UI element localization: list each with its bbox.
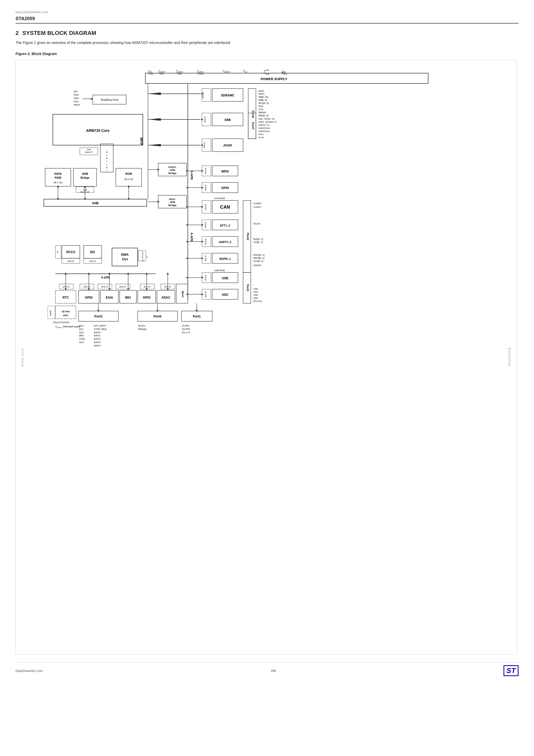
svg-marker-265 <box>201 293 203 295</box>
svg-text:EReady: EReady <box>138 328 147 331</box>
svg-text:b: b <box>106 157 108 159</box>
svg-marker-250 <box>201 206 203 208</box>
svg-marker-244 <box>201 170 203 172</box>
svg-text:r: r <box>106 169 108 172</box>
svg-text:AHB: AHB <box>140 137 144 145</box>
svg-text:EINT1: EINT1 <box>94 334 100 337</box>
svg-text:MBs[0..3]: MBs[0..3] <box>258 114 268 117</box>
svg-text:MISO[0..1]: MISO[0..1] <box>253 254 264 256</box>
svg-text:OSC: OSC <box>63 314 68 317</box>
svg-marker-277 <box>88 288 90 290</box>
svg-marker-286 <box>146 288 148 290</box>
svg-marker-280 <box>108 288 110 290</box>
svg-text:RxD[2..1]: RxD[2..1] <box>253 238 263 240</box>
svg-text:A-APB: A-APB <box>190 233 193 242</box>
svg-text:Md[0..3]: Md[0..3] <box>258 99 267 101</box>
svg-text:SDRAMC: SDRAMC <box>221 94 235 97</box>
svg-text:WIU: WIU <box>125 296 131 299</box>
svg-text:APB I/F: APB I/F <box>89 260 96 262</box>
svg-rect-48 <box>116 168 141 186</box>
svg-text:MCik: MCik <box>258 90 264 92</box>
svg-text:ATAPI: ATAPI <box>223 144 232 148</box>
svg-text:Sync.: Sync. <box>169 198 176 201</box>
svg-marker-274 <box>65 288 67 290</box>
section-heading: 2 SYSTEM BLOCK DIAGRAM <box>15 30 519 37</box>
page-container: www.DataSheet4U.com STA2059 2 SYSTEM BLO… <box>0 0 534 691</box>
footer-page: 2/4 <box>271 669 276 673</box>
svg-text:EIC: EIC <box>90 250 95 254</box>
svg-text:Port2: Port2 <box>246 233 250 240</box>
svg-text:APB I/F: APB I/F <box>203 142 205 148</box>
svg-text:APB I/F: APB I/F <box>205 168 206 174</box>
svg-text:SC1: SC1 <box>79 328 84 331</box>
doc-title: STA2059 <box>15 16 519 23</box>
svg-text:ECLK1: ECLK1 <box>253 222 260 225</box>
svg-text:DMA: DMA <box>121 253 128 256</box>
svg-text:Ea[Wr/Down: Ea[Wr/Down <box>258 127 270 129</box>
svg-text:GPIO: GPIO <box>85 296 93 299</box>
svg-text:AN2: AN2 <box>253 294 258 296</box>
svg-text:S-APB: S-APB <box>190 171 193 180</box>
svg-marker-268 <box>157 169 159 171</box>
svg-text:CAS: CAS <box>258 108 263 111</box>
svg-text:GPIO: GPIO <box>143 296 151 299</box>
svg-text:SR0: SR0 <box>79 334 84 337</box>
svg-text:32 kHz: 32 kHz <box>62 310 70 313</box>
section-title: SYSTEM BLOCK DIAGRAM <box>22 30 96 36</box>
footer-area: DataSheet4U.com 2/4 ST <box>15 662 519 676</box>
svg-text:AN1: AN1 <box>253 291 258 293</box>
svg-text:APB I/F: APB I/F <box>205 291 206 297</box>
svg-text:VDDRTC dedicated supply: VDDRTC dedicated supply <box>55 325 80 328</box>
svg-text:APB I/F: APB I/F <box>205 204 206 210</box>
intro-text: The Figure 2 gives an overview of the co… <box>15 40 519 45</box>
svg-text:ADAC: ADAC <box>162 296 171 299</box>
svg-text:Ea[0..15]/D[0..15]: Ea[0..15]/D[0..15] <box>258 118 275 120</box>
svg-text:APB I/F: APB I/F <box>202 92 204 98</box>
svg-text:VDDRTC: VDDRTC <box>223 69 230 73</box>
svg-text:GPIO: GPIO <box>221 186 229 190</box>
svg-text:RTC: RTC <box>63 296 69 299</box>
svg-text:Ea[Wr/Down: Ea[Wr/Down <box>258 130 270 132</box>
svg-text:Bridge: Bridge <box>168 204 176 206</box>
svg-text:APB: APB <box>170 201 175 203</box>
svg-text:USB RAM: USB RAM <box>214 269 225 272</box>
svg-marker-288 <box>167 273 169 275</box>
svg-text:ASB: ASB <box>87 148 91 151</box>
svg-text:Md[0..31]: Md[0..31] <box>258 96 268 98</box>
svg-text:TxD[2..1]: TxD[2..1] <box>253 241 263 244</box>
svg-text:TRST: TRST <box>73 103 80 106</box>
svg-marker-289 <box>167 288 169 290</box>
svg-text:USSCK: USSCK <box>253 264 261 267</box>
website-url: www.DataSheet4U.com <box>15 10 519 14</box>
svg-text:RCCU: RCCU <box>67 250 75 254</box>
svg-text:Port4: Port4 <box>153 315 162 318</box>
svg-text:e: e <box>106 166 108 169</box>
svg-text:APB I/F: APB I/F <box>205 222 206 228</box>
svg-text:APB I/F: APB I/F <box>101 286 108 288</box>
svg-text:Port6: Port6 <box>252 111 254 118</box>
svg-text:r: r <box>106 153 108 156</box>
svg-text:CAN RAM: CAN RAM <box>214 197 225 200</box>
svg-marker-241 <box>201 144 203 146</box>
svg-text:BSPI0..1: BSPI0..1 <box>220 257 231 260</box>
svg-text:POWER SUPPLY: POWER SUPPLY <box>260 77 287 81</box>
svg-text:SC0: SC0 <box>79 331 84 334</box>
svg-text:OUTPL: OUTPL <box>182 324 190 327</box>
svg-text:WDG: WDG <box>221 170 229 173</box>
svg-text:APB I/F: APB I/F <box>205 275 206 281</box>
svg-text:APB: APB <box>170 169 175 172</box>
svg-text:MWW/i: MWW/i <box>258 111 266 114</box>
svg-text:ROM: ROM <box>125 172 132 175</box>
watermark-right: DataShee <box>508 348 512 367</box>
svg-text:MOSI[0..1]: MOSI[0..1] <box>253 257 264 259</box>
svg-text:EINT0: EINT0 <box>94 331 100 334</box>
svg-text:RAM: RAM <box>55 176 61 179</box>
svg-text:Port1: Port1 <box>193 315 201 318</box>
svg-text:CANTX: CANTX <box>253 206 261 208</box>
footer-logo: ST <box>503 665 519 676</box>
svg-text:AN3: AN3 <box>253 297 258 299</box>
svg-text:(1k x 32): (1k x 32) <box>124 178 133 180</box>
svg-text:(4k x 32): (4k x 32) <box>54 181 63 184</box>
svg-text:APB I/F: APB I/F <box>83 286 90 288</box>
svg-text:Port7: Port7 <box>252 122 254 129</box>
